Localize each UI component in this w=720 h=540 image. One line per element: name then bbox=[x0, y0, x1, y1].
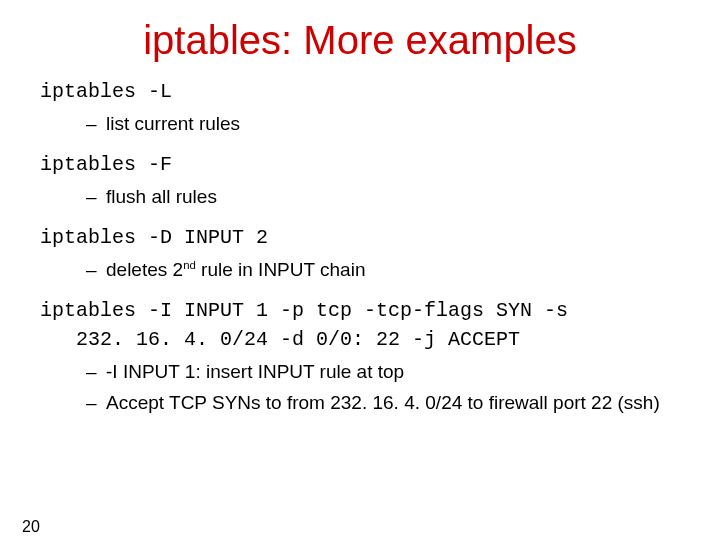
desc3-post: rule in INPUT chain bbox=[196, 259, 366, 280]
bullet-list-rules: list current rules bbox=[86, 112, 690, 136]
command-insert-line2: 232. 16. 4. 0/24 -d 0/0: 22 -j ACCEPT bbox=[40, 327, 690, 352]
bullet-accept-syn: Accept TCP SYNs to from 232. 16. 4. 0/24… bbox=[86, 391, 690, 415]
page-number: 20 bbox=[22, 518, 40, 536]
desc3-pre: deletes 2 bbox=[106, 259, 183, 280]
slide-title: iptables: More examples bbox=[0, 18, 720, 63]
bullet-delete-rule: deletes 2nd rule in INPUT chain bbox=[86, 258, 690, 282]
command-insert-line1: iptables -I INPUT 1 -p tcp -tcp-flags SY… bbox=[40, 298, 690, 323]
command-delete: iptables -D INPUT 2 bbox=[40, 225, 690, 250]
bullet-flush-rules: flush all rules bbox=[86, 185, 690, 209]
desc3-sup: nd bbox=[183, 259, 196, 271]
command-list: iptables -L bbox=[40, 79, 690, 104]
command-flush: iptables -F bbox=[40, 152, 690, 177]
slide: iptables: More examples iptables -L list… bbox=[0, 18, 720, 540]
slide-body: iptables -L list current rules iptables … bbox=[0, 79, 720, 415]
bullet-insert-top: -I INPUT 1: insert INPUT rule at top bbox=[86, 360, 690, 384]
